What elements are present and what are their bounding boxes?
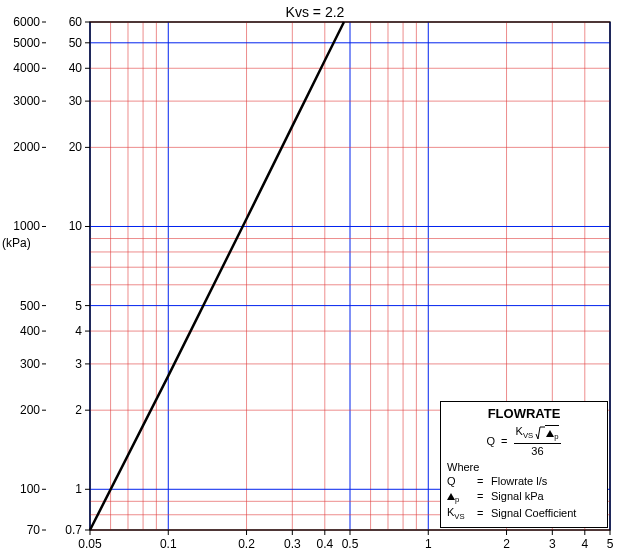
svg-text:1: 1: [425, 537, 432, 551]
svg-text:0.3: 0.3: [284, 537, 301, 551]
svg-text:100: 100: [20, 482, 40, 496]
svg-text:4: 4: [581, 537, 588, 551]
delta-icon: [447, 493, 455, 500]
svg-text:0.05: 0.05: [78, 537, 102, 551]
svg-text:5: 5: [607, 537, 614, 551]
svg-text:500: 500: [20, 299, 40, 313]
svg-text:5000: 5000: [13, 36, 40, 50]
svg-text:1000: 1000: [13, 219, 40, 233]
svg-text:1: 1: [75, 482, 82, 496]
legend-formula: Q = KVS p 36: [447, 425, 601, 457]
svg-text:0.4: 0.4: [316, 537, 333, 551]
legend-def-dp: p=Signal kPa: [447, 489, 601, 504]
legend-title: FLOWRATE: [447, 406, 601, 421]
svg-text:400: 400: [20, 324, 40, 338]
svg-text:3000: 3000: [13, 94, 40, 108]
legend-def-kvs: KVS=Signal Coefficient: [447, 506, 601, 521]
svg-text:200: 200: [20, 403, 40, 417]
svg-text:3: 3: [75, 357, 82, 371]
svg-text:40: 40: [69, 61, 83, 75]
svg-text:2000: 2000: [13, 140, 40, 154]
svg-text:5: 5: [75, 299, 82, 313]
svg-text:0.7: 0.7: [65, 523, 82, 537]
svg-text:0.1: 0.1: [160, 537, 177, 551]
svg-text:30: 30: [69, 94, 83, 108]
svg-text:3: 3: [549, 537, 556, 551]
svg-text:70: 70: [27, 523, 41, 537]
svg-text:20: 20: [69, 140, 83, 154]
delta-icon: [546, 430, 554, 437]
svg-text:0.2: 0.2: [238, 537, 255, 551]
kpa-unit-label: (kPa): [2, 236, 31, 250]
legend-def-q: Q=Flowrate l/s: [447, 475, 601, 487]
formula-eq: =: [501, 435, 507, 447]
svg-text:50: 50: [69, 36, 83, 50]
svg-text:4: 4: [75, 324, 82, 338]
svg-text:0.5: 0.5: [342, 537, 359, 551]
legend-where: Where: [447, 461, 601, 473]
chart-title: Kvs = 2.2: [0, 4, 630, 20]
flowrate-legend-box: FLOWRATE Q = KVS p 36 Where Q=Flowrate l…: [440, 401, 608, 528]
formula-fraction: KVS p 36: [514, 425, 562, 457]
svg-text:4000: 4000: [13, 61, 40, 75]
svg-text:10: 10: [69, 219, 83, 233]
svg-text:300: 300: [20, 357, 40, 371]
formula-Q: Q: [487, 435, 496, 447]
svg-text:2: 2: [75, 403, 82, 417]
sqrt-icon: [535, 425, 545, 441]
svg-text:2: 2: [503, 537, 510, 551]
